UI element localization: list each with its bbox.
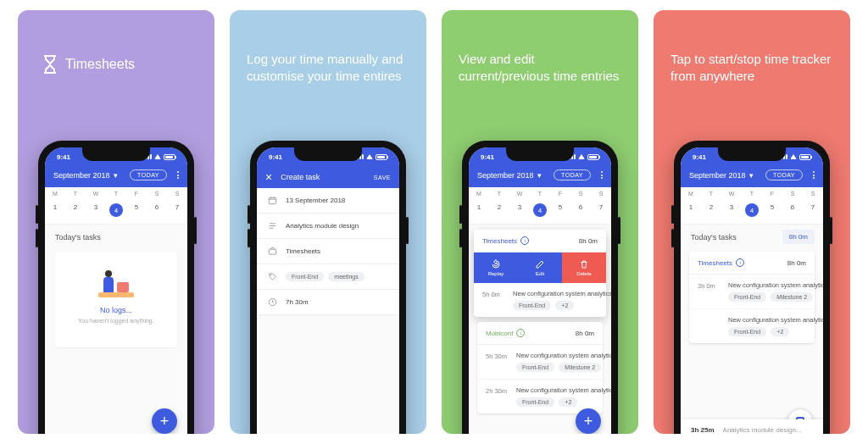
tracker-bar[interactable]: 3h 25m Analytics module design... xyxy=(681,419,823,434)
phone-mock-4: 9:41 September 2018▾ TODAY xyxy=(674,141,830,434)
card-duration: 8h 0m xyxy=(787,259,806,267)
replay-icon xyxy=(491,259,501,269)
tracker-time: 3h 25m xyxy=(691,426,715,434)
day-summary-chip: 8h 0m xyxy=(782,230,815,244)
tag-icon xyxy=(267,272,277,281)
weekday-row: MTW TFSS xyxy=(469,187,611,200)
task-date-row[interactable]: 13 September 2018 xyxy=(257,188,399,214)
task-card: Timesheets i 8h 0m 3h 0m New configurati… xyxy=(689,252,815,343)
card-header[interactable]: Timesheets i 8h 0m xyxy=(474,230,606,253)
time-entry[interactable]: 5h 0m New configuration system analytics… xyxy=(474,283,606,317)
tag-chip[interactable]: Front-End xyxy=(286,272,324,281)
entry-time: 5h 30m xyxy=(486,352,509,360)
promo-panel-2: Log your time manually and customise you… xyxy=(230,10,426,434)
promo-panel-4: Tap to start/stop time tracker from anyw… xyxy=(654,10,850,434)
project-icon xyxy=(267,247,277,256)
app-bar: September 2018▾ TODAY xyxy=(681,166,823,187)
entry-desc: New configuration system analytics... xyxy=(728,281,823,289)
more-icon[interactable] xyxy=(813,171,815,179)
section-title: Today's tasks xyxy=(45,225,187,247)
card-header[interactable]: Timesheets i 8h 0m xyxy=(689,252,815,275)
card-duration: 8h 0m xyxy=(579,237,598,245)
tag-chip[interactable]: meetings xyxy=(328,272,364,281)
hourglass-icon xyxy=(42,54,58,75)
entry-time: 3h 0m xyxy=(698,281,721,290)
close-icon[interactable]: × xyxy=(265,171,272,183)
info-icon[interactable]: i xyxy=(736,258,744,267)
wifi-icon xyxy=(790,154,797,159)
wifi-icon xyxy=(154,154,161,159)
phone-mock-3: 9:41 September 2018▾ TODAY xyxy=(462,141,618,434)
chevron-down-icon: ▾ xyxy=(114,171,118,180)
calendar-icon xyxy=(267,196,277,205)
entry-time: 2h 30m xyxy=(486,386,509,395)
plus-icon: + xyxy=(160,413,170,430)
svg-rect-0 xyxy=(269,197,275,203)
time-entry[interactable]: 5h 30m New configuration system analytic… xyxy=(477,345,603,380)
card-actions: Replay Edit Delete xyxy=(474,253,606,283)
edit-button[interactable]: Edit xyxy=(518,253,562,283)
battery-icon xyxy=(164,154,175,160)
entry-desc: New configuration system analytics... xyxy=(728,316,823,324)
today-button[interactable]: TODAY xyxy=(554,169,591,180)
project-name: Timesheets xyxy=(482,237,517,245)
no-logs-subtitle: You haven't logged anything. xyxy=(62,318,170,324)
plus-icon: + xyxy=(584,413,593,430)
month-selector[interactable]: September 2018 ▾ xyxy=(53,171,118,180)
tag-chip: +2 xyxy=(559,397,577,407)
svg-point-2 xyxy=(270,275,271,275)
time-entry[interactable]: 3h 0m New configuration system analytics… xyxy=(689,275,815,309)
more-icon[interactable] xyxy=(601,171,603,179)
info-icon[interactable]: i xyxy=(520,236,529,245)
tag-chip: +2 xyxy=(555,301,574,310)
card-duration: 8h 0m xyxy=(576,330,594,337)
card-header[interactable]: Mobiconf i 8h 0m xyxy=(477,322,603,345)
replay-button[interactable]: Replay xyxy=(474,253,518,283)
daynum-row[interactable]: 123 4 567 xyxy=(469,200,611,225)
info-icon[interactable]: i xyxy=(516,329,525,337)
phone-mock-1: 9:41 September 2018 ▾ TODAY xyxy=(38,141,194,434)
month-selector[interactable]: September 2018▾ xyxy=(477,171,542,180)
wifi-icon xyxy=(578,154,585,159)
pencil-icon xyxy=(535,259,545,269)
task-tags-row[interactable]: Front-End meetings xyxy=(257,264,399,290)
tag-chip: Front-End xyxy=(728,327,766,336)
delete-button[interactable]: Delete xyxy=(562,253,606,283)
task-project-row[interactable]: Timesheets xyxy=(257,239,399,264)
status-time: 9:41 xyxy=(57,153,70,161)
empty-illustration xyxy=(98,272,134,297)
today-button[interactable]: TODAY xyxy=(130,169,167,180)
tag-chip: Milestone 2 xyxy=(559,363,601,372)
tag-chip: Front-End xyxy=(728,292,766,302)
battery-icon xyxy=(799,154,811,160)
today-button[interactable]: TODAY xyxy=(765,169,803,180)
daynum-row[interactable]: 123 4 567 xyxy=(45,200,187,225)
time-entry[interactable]: New configuration system analytics... Fr… xyxy=(689,309,815,343)
app-bar: September 2018▾ TODAY xyxy=(469,166,611,187)
task-card: Mobiconf i 8h 0m 5h 30m New configuratio… xyxy=(477,322,603,413)
chevron-down-icon: ▾ xyxy=(537,171,542,180)
promo-panel-1: Timesheets 9:41 September 2018 ▾ xyxy=(18,10,214,434)
create-task-header: × Create task SAVE xyxy=(257,166,399,188)
task-desc-row[interactable]: Analytics module design xyxy=(257,214,399,239)
entry-desc: New configuration system analytics... xyxy=(513,290,611,297)
weekday-row: MTW TFS S xyxy=(45,187,187,200)
battery-icon xyxy=(587,154,599,160)
more-icon[interactable] xyxy=(177,171,179,179)
battery-icon xyxy=(376,154,387,160)
no-logs-title: No logs... xyxy=(62,306,170,314)
add-fab[interactable]: + xyxy=(576,408,601,434)
save-button[interactable]: SAVE xyxy=(374,175,391,180)
panel-heading: Tap to start/stop time tracker from anyw… xyxy=(670,51,833,86)
create-task-title: Create task xyxy=(281,173,320,181)
entry-desc: New configuration system analytics... xyxy=(516,386,611,394)
tag-chip: Front-End xyxy=(516,397,554,407)
entry-desc: New configuration system analytics... xyxy=(516,352,611,359)
project-name: Timesheets xyxy=(698,259,732,267)
panel-heading: Log your time manually and customise you… xyxy=(247,51,409,86)
add-fab[interactable]: + xyxy=(152,408,177,434)
month-selector[interactable]: September 2018▾ xyxy=(689,171,754,180)
daynum-row[interactable]: 123 4 567 xyxy=(681,200,823,225)
tag-chip: Milestone 2 xyxy=(771,292,813,302)
task-duration-row[interactable]: 7h 30m xyxy=(257,290,399,315)
